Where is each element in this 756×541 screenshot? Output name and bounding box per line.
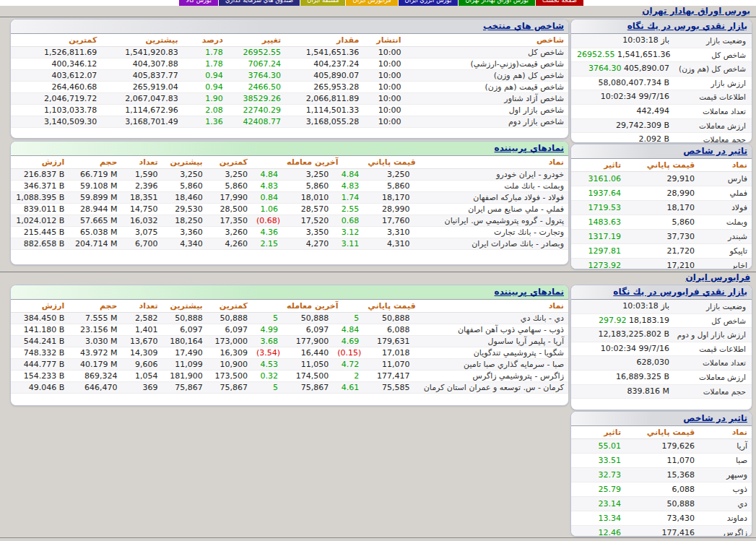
- column-header: حجم: [69, 156, 121, 169]
- symbol-link[interactable]: وبملت: [699, 215, 752, 230]
- table-row: شبندر37,7301317.19: [571, 230, 752, 244]
- panel-index-impact-farabourse: تاثير در شاخص نمادقيمت پايانيتاثيرآريا17…: [570, 411, 752, 537]
- nav-tab[interactable]: فرابورس ايران: [346, 0, 397, 6]
- cell: 65.038 M: [69, 227, 121, 238]
- value-text: 839.816 M: [627, 386, 669, 396]
- nav-tab[interactable]: بورس انرژي ايران: [399, 0, 459, 6]
- column-header: تاثير: [571, 159, 625, 172]
- column-header: آخرين معامله: [282, 156, 333, 169]
- cell: 215.445 B: [11, 227, 69, 238]
- value-text: 10:03:18 باز: [622, 35, 669, 45]
- cell: 4.84: [252, 169, 282, 181]
- value-text: 628,030: [637, 358, 670, 367]
- cell: 1,541,920.83: [101, 47, 182, 59]
- panel-header: نمادهاي پربيننده: [11, 142, 568, 156]
- cell: 1,114,501.33: [285, 105, 363, 116]
- symbol-link[interactable]: فارس: [699, 172, 752, 186]
- cell: 4.83: [333, 181, 363, 192]
- symbol-link[interactable]: شبندر: [699, 230, 752, 244]
- symbol-link[interactable]: صبا - سرمايه گذاري صبا تامين: [414, 359, 568, 371]
- symbol-link[interactable]: فملي - ملي صنايع مس ايران: [414, 204, 568, 215]
- nav-tab[interactable]: صفحه نخست: [536, 0, 583, 6]
- symbol-link[interactable]: شاخص كل (هم وزن): [405, 70, 568, 82]
- symbol-link[interactable]: اخابر: [699, 259, 752, 270]
- cell: 17,210: [625, 259, 699, 270]
- page-title: بورس اوراق بهادار تهران: [642, 6, 750, 17]
- info-row: حجم معاملات839.816 M: [571, 385, 752, 399]
- symbol-link[interactable]: فولاد - فولاد مباركه اصفهان: [414, 192, 568, 204]
- symbol-link[interactable]: صبا: [699, 454, 752, 468]
- symbol-link[interactable]: دي - بانك دي: [414, 313, 568, 324]
- symbol-link[interactable]: دماوند: [699, 511, 752, 526]
- cell: 10:00: [363, 116, 405, 128]
- symbol-link[interactable]: زاگرس - پتروشيمي زاگرس: [414, 371, 568, 382]
- column-header: قيمت پاياني: [625, 159, 699, 172]
- table-row: شاخص بازار اول10:001,114,501.3322740.292…: [11, 105, 568, 116]
- cell: 18,460: [162, 192, 207, 204]
- info-value: 58,080,407.734 B: [571, 77, 674, 90]
- info-row: شاخص كل26952.55 1,541,651.36: [571, 48, 752, 63]
- symbol-link[interactable]: وتجارت - بانك تجارت: [414, 227, 568, 238]
- symbol-link[interactable]: فولاد: [699, 201, 752, 215]
- cell: 1,526,811.69: [11, 47, 101, 59]
- symbol-link[interactable]: آريا - پليمر آريا ساسول: [414, 336, 568, 347]
- change-value: 297.92: [599, 316, 627, 325]
- symbol-link[interactable]: ذوب: [699, 482, 752, 497]
- cell: 0.84: [252, 192, 282, 204]
- cell: 40.179 M: [69, 359, 121, 371]
- info-label: ارزش بازار: [674, 77, 752, 90]
- symbol-link[interactable]: فملي: [699, 186, 752, 201]
- cell: 6,088: [363, 324, 414, 336]
- cell: 10:00: [363, 93, 405, 105]
- column-header: تاثير: [571, 426, 625, 439]
- symbol-link[interactable]: خودرو - ايران خودرو: [414, 169, 568, 181]
- symbol-link[interactable]: وبصادر - بانك صادرات ايران: [414, 238, 568, 250]
- most-watched-table-bourse: نمادقيمت پايانيآخرين معاملهكمترينبيشترين…: [11, 156, 568, 250]
- cell: 28,570: [282, 204, 333, 215]
- cell: 75,867: [207, 382, 252, 394]
- cell: 3,075: [121, 227, 162, 238]
- symbol-link[interactable]: شاخص آزاد شناور: [405, 93, 568, 105]
- table-row: صبا11,07033.51: [571, 454, 752, 468]
- column-header: بيشترين: [162, 300, 207, 313]
- symbol-link[interactable]: وبملت - بانك ملت: [414, 181, 568, 192]
- nav-tab[interactable]: مشتقه ايران: [300, 0, 345, 6]
- cell: 3.11: [333, 238, 363, 250]
- cell: 28,990: [363, 204, 414, 215]
- symbol-link[interactable]: شگويا - پتروشيمي تندگويان: [414, 347, 568, 359]
- symbol-link[interactable]: شاخص قيمت(وزني-ارزشي): [405, 59, 568, 70]
- symbol-link[interactable]: شاخص بازار اول: [405, 105, 568, 116]
- nav-tab[interactable]: بورس اوراق بهادار تهران: [459, 0, 535, 6]
- nav-tab[interactable]: صندوق هاي سرمايه گذاري: [219, 0, 300, 6]
- cell: 11,050: [282, 359, 333, 371]
- table-row: فملي28,9901937.64: [571, 186, 752, 201]
- symbol-link[interactable]: ذوب - سهامي ذوب آهن اصفهان: [414, 324, 568, 336]
- symbol-link[interactable]: دي: [699, 497, 752, 511]
- symbol-link[interactable]: شاخص قيمت (هم وزن): [405, 82, 568, 93]
- symbol-link[interactable]: تاپيكو: [699, 244, 752, 259]
- symbol-link[interactable]: زاگرس: [699, 526, 752, 537]
- symbol-link[interactable]: شاخص بازار دوم: [405, 116, 568, 128]
- table-row: فارس29,9103161.06: [571, 172, 752, 186]
- cell: 2,582: [121, 313, 162, 324]
- panel-index-impact-bourse: تاثير در شاخص نمادقيمت پايانيتاثيرفارس29…: [570, 144, 752, 269]
- symbol-link[interactable]: شاخص كل: [405, 47, 568, 59]
- info-label: اطلاعات قيمت: [674, 90, 752, 104]
- cell: 180,164: [162, 336, 207, 347]
- table-row: شاخص قيمت(وزني-ارزشي)10:00404,237.247067…: [11, 59, 568, 70]
- cell: 50,888: [162, 313, 207, 324]
- table-row: شگويا - پتروشيمي تندگويان17,018(0.15)16,…: [11, 347, 568, 359]
- nav-tab[interactable]: بورس كالا: [179, 0, 217, 6]
- cell: 2,067,047.83: [101, 93, 182, 105]
- symbol-link[interactable]: پترول - گروه پتروشيمي س. ايرانيان: [414, 215, 568, 227]
- cell: 4.99: [252, 324, 282, 336]
- table-row: دي50,88823.14: [571, 497, 752, 511]
- value-text: 18,183.19: [629, 316, 669, 325]
- info-label: تعداد معاملات: [674, 105, 752, 118]
- panel-title-market-overview: بازار نقدي بورس در يك نگاه: [627, 21, 747, 31]
- symbol-link[interactable]: كرمان - س. توسعه و عمران استان كرمان: [414, 382, 568, 394]
- info-row: تعداد معاملات628,030: [571, 356, 752, 371]
- symbol-link[interactable]: وسپهر: [699, 468, 752, 482]
- symbol-link[interactable]: آريا: [699, 439, 752, 454]
- info-row: اطلاعات قيمت10:02:34 99/7/16: [571, 342, 752, 357]
